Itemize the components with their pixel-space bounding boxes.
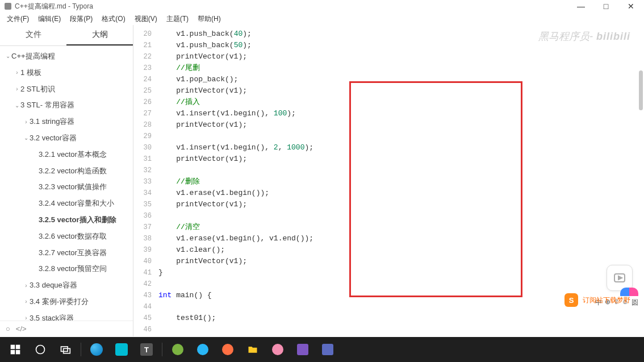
sogou-icon[interactable]: S — [564, 293, 578, 307]
taskbar-app[interactable] — [266, 339, 290, 360]
outline-item[interactable]: ⌄3.2 vector容器 — [0, 130, 133, 147]
code-text: v1.erase(v1.begin()); — [158, 188, 269, 199]
line-number: 21 — [133, 40, 158, 51]
code-text: printVector(v1); — [158, 119, 247, 131]
overlay-banner[interactable]: S 订阅站下载梦野 — [564, 293, 630, 307]
code-line: 31 printVector(v1); — [133, 153, 644, 165]
code-line: 32 — [133, 165, 644, 176]
outline-item[interactable]: ›3.5 stack容器 — [0, 310, 133, 321]
svg-rect-3 — [16, 345, 20, 349]
source-code-icon[interactable]: </> — [16, 324, 27, 333]
menu-paragraph[interactable]: 段落(P) — [65, 13, 97, 25]
outline-label: 3.2.5 vector插入和删除 — [39, 214, 116, 226]
minimize-button[interactable]: — — [572, 2, 589, 11]
menu-file[interactable]: 文件(F) — [2, 13, 34, 25]
line-number: 36 — [133, 210, 158, 222]
taskbar-app[interactable] — [85, 339, 108, 360]
line-number: 38 — [133, 233, 158, 244]
app-icon — [5, 3, 11, 10]
line-number: 46 — [133, 324, 158, 335]
menu-help[interactable]: 帮助(H) — [193, 13, 225, 25]
menu-edit[interactable]: 编辑(E) — [34, 13, 65, 25]
line-number: 40 — [133, 256, 158, 267]
outline-item[interactable]: 3.2.4 vector容量和大小 — [0, 195, 133, 212]
code-line: 25 printVector(v1); — [133, 85, 644, 97]
code-block[interactable]: 20 v1.push_back(40);21 v1.push_back(50);… — [133, 25, 644, 336]
toggle-view-icon[interactable]: ○ — [6, 324, 10, 333]
close-button[interactable]: ✕ — [622, 2, 639, 11]
outline-item[interactable]: ›3.1 string容器 — [0, 114, 133, 130]
code-line: 29 — [133, 131, 644, 142]
code-text: printVector(v1); — [158, 153, 247, 165]
outline-item[interactable]: ⌄C++提高编程 — [0, 48, 133, 65]
taskbar-explorer[interactable] — [241, 339, 265, 360]
code-line: 34 v1.erase(v1.begin()); — [133, 188, 644, 199]
taskbar-app[interactable] — [166, 339, 190, 360]
taskbar-vs[interactable] — [316, 339, 340, 360]
menu-theme[interactable]: 主题(T) — [162, 13, 193, 25]
line-number: 24 — [133, 74, 158, 85]
outline-item[interactable]: 3.2.7 vector互换容器 — [0, 245, 133, 261]
outline-label: 1 模板 — [20, 67, 41, 79]
outline-item[interactable]: 3.2.8 vector预留空间 — [0, 261, 133, 277]
tab-files[interactable]: 文件 — [0, 25, 66, 45]
line-number: 26 — [133, 97, 158, 108]
outline-item[interactable]: ›2 STL初识 — [0, 81, 133, 98]
maximize-button[interactable]: □ — [597, 2, 614, 11]
line-number: 32 — [133, 165, 158, 176]
line-number: 27 — [133, 108, 158, 119]
chevron-right-icon: › — [23, 281, 30, 290]
outline-item[interactable]: ›3.3 deque容器 — [0, 277, 133, 294]
outline-label: 3.2.4 vector容量和大小 — [39, 198, 114, 210]
code-text: printVector(v1); — [158, 51, 247, 63]
outline-item[interactable]: 3.2.1 vector基本概念 — [0, 147, 133, 163]
code-line: 37 //清空 — [133, 222, 644, 233]
taskbar-app[interactable] — [110, 339, 133, 360]
line-number: 41 — [133, 267, 158, 278]
code-line: 24 v1.pop_back(); — [133, 74, 644, 85]
line-number: 29 — [133, 131, 158, 142]
outline-item[interactable]: ⌄3 STL- 常用容器 — [0, 97, 133, 114]
outline-label: C++提高编程 — [11, 51, 55, 63]
taskbar-app[interactable] — [216, 339, 240, 360]
sidebar: 文件 大纲 ⌄C++提高编程›1 模板›2 STL初识⌄3 STL- 常用容器›… — [0, 25, 133, 336]
chevron-right-icon: › — [14, 85, 20, 94]
code-text: printVector(v1); — [158, 85, 247, 97]
menu-format[interactable]: 格式(O) — [97, 13, 129, 25]
outline-label: 3.2.8 vector预留空间 — [39, 263, 107, 275]
outline-item[interactable]: 3.2.6 vector数据存取 — [0, 228, 133, 245]
taskbar-typora[interactable]: T — [135, 339, 158, 360]
start-button[interactable] — [3, 339, 27, 360]
outline-item[interactable]: 3.2.2 vector构造函数 — [0, 163, 133, 180]
outline-label: 3 STL- 常用容器 — [20, 99, 74, 111]
line-number: 25 — [133, 85, 158, 97]
svg-rect-2 — [11, 345, 15, 349]
sidebar-footer: ○ </> — [0, 321, 133, 336]
tray-icon[interactable]: 圆 — [630, 297, 639, 308]
outline-label: 3.2.2 vector构造函数 — [39, 165, 107, 177]
outline-item[interactable]: ›3.4 案例-评委打分 — [0, 294, 133, 310]
line-number: 43 — [133, 290, 158, 301]
taskbar-vs[interactable] — [291, 339, 315, 360]
outline-item[interactable]: 3.2.5 vector插入和删除 — [0, 212, 133, 228]
outline-item[interactable]: 3.2.3 vector赋值操作 — [0, 179, 133, 195]
taskbar-app[interactable] — [191, 339, 215, 360]
menu-view[interactable]: 视图(V) — [130, 13, 162, 25]
outline-item[interactable]: ›1 模板 — [0, 65, 133, 81]
code-line: 42 — [133, 278, 644, 290]
code-line: 46 — [133, 324, 644, 335]
code-text: v1.erase(v1.begin(), v1.end()); — [158, 233, 313, 244]
tab-outline[interactable]: 大纲 — [66, 25, 133, 45]
outline-label: 3.4 案例-评委打分 — [30, 296, 89, 308]
line-number: 23 — [133, 63, 158, 74]
cortana-icon[interactable] — [28, 339, 52, 360]
overlay-text: 订阅站下载梦野 — [583, 296, 630, 305]
svg-rect-4 — [11, 350, 15, 355]
editor-pane: 黑马程序员- bilibili 20 v1.push_back(40);21 v… — [133, 25, 644, 336]
outline-tree: ⌄C++提高编程›1 模板›2 STL初识⌄3 STL- 常用容器›3.1 st… — [0, 46, 133, 321]
vertical-scrollbar[interactable] — [639, 70, 643, 110]
menubar: 文件(F) 编辑(E) 段落(P) 格式(O) 视图(V) 主题(T) 帮助(H… — [0, 13, 644, 25]
task-view-icon[interactable] — [53, 339, 77, 360]
line-number: 30 — [133, 142, 158, 153]
line-number: 42 — [133, 278, 158, 290]
